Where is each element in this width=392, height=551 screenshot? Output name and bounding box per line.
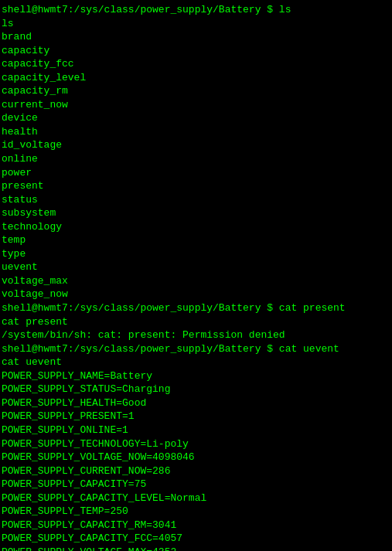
terminal-line: POWER_SUPPLY_TEMP=250 bbox=[2, 505, 390, 519]
terminal-line: capacity_rm bbox=[2, 84, 390, 98]
terminal-line: shell@hwmt7:/sys/class/power_supply/Batt… bbox=[2, 301, 390, 315]
terminal-line: device bbox=[2, 111, 390, 125]
terminal-line: brand bbox=[2, 30, 390, 44]
terminal-line: cat uevent bbox=[2, 355, 390, 369]
terminal-line: health bbox=[2, 125, 390, 139]
terminal-line: POWER_SUPPLY_HEALTH=Good bbox=[2, 396, 390, 410]
terminal-window: shell@hwmt7:/sys/class/power_supply/Batt… bbox=[0, 0, 392, 551]
terminal-line: shell@hwmt7:/sys/class/power_supply/Batt… bbox=[2, 342, 390, 356]
terminal-line: ls bbox=[2, 17, 390, 31]
terminal-line: temp bbox=[2, 233, 390, 247]
terminal-line: POWER_SUPPLY_STATUS=Charging bbox=[2, 383, 390, 396]
terminal-line: voltage_max bbox=[2, 274, 390, 288]
terminal-line: technology bbox=[2, 220, 390, 234]
terminal-line: /system/bin/sh: cat: present: Permission… bbox=[2, 328, 390, 342]
terminal-line: present bbox=[2, 179, 390, 193]
terminal-line: POWER_SUPPLY_VOLTAGE_NOW=4098046 bbox=[2, 451, 390, 464]
terminal-line: POWER_SUPPLY_VOLTAGE_MAX=4352 bbox=[2, 546, 390, 551]
terminal-line: capacity_level bbox=[2, 71, 390, 85]
terminal-line: power bbox=[2, 166, 390, 180]
terminal-line: current_now bbox=[2, 98, 390, 112]
terminal-line: type bbox=[2, 247, 390, 261]
terminal-line: cat present bbox=[2, 315, 390, 329]
terminal-line: POWER_SUPPLY_CURRENT_NOW=286 bbox=[2, 464, 390, 478]
terminal-line: uevent bbox=[2, 260, 390, 274]
terminal-line: capacity_fcc bbox=[2, 57, 390, 71]
terminal-line: status bbox=[2, 193, 390, 207]
terminal-line: POWER_SUPPLY_ONLINE=1 bbox=[2, 423, 390, 437]
terminal-line: POWER_SUPPLY_CAPACITY=75 bbox=[2, 478, 390, 491]
terminal-line: id_voltage bbox=[2, 138, 390, 152]
terminal-line: capacity bbox=[2, 44, 390, 58]
terminal-line: POWER_SUPPLY_NAME=Battery bbox=[2, 369, 390, 383]
terminal-line: voltage_now bbox=[2, 287, 390, 301]
terminal-line: POWER_SUPPLY_PRESENT=1 bbox=[2, 410, 390, 423]
terminal-line: POWER_SUPPLY_CAPACITY_FCC=4057 bbox=[2, 532, 390, 546]
terminal-line: POWER_SUPPLY_TECHNOLOGY=Li-poly bbox=[2, 437, 390, 451]
terminal-line: shell@hwmt7:/sys/class/power_supply/Batt… bbox=[2, 3, 390, 17]
terminal-line: subsystem bbox=[2, 206, 390, 220]
terminal-line: POWER_SUPPLY_CAPACITY_LEVEL=Normal bbox=[2, 491, 390, 505]
terminal-line: online bbox=[2, 152, 390, 166]
terminal-line: POWER_SUPPLY_CAPACITY_RM=3041 bbox=[2, 519, 390, 532]
